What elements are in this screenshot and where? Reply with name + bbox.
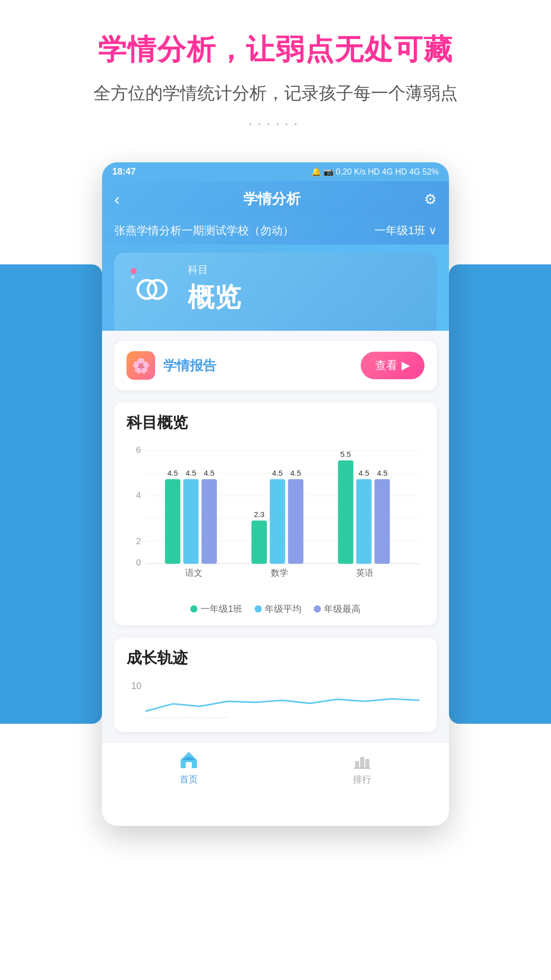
report-flower-icon: 🌸: [132, 357, 150, 374]
status-bar: 18:47 🔔 📷 0.20 K/s HD 4G HD 4G 52%: [102, 162, 449, 181]
phone-mockup: 18:47 🔔 📷 0.20 K/s HD 4G HD 4G 52% ‹ 学情分…: [102, 162, 449, 826]
svg-text:4: 4: [136, 491, 141, 500]
report-icon: 🌸: [127, 351, 155, 380]
gear-icon[interactable]: ⚙: [424, 191, 437, 208]
nav-ranking[interactable]: 排行: [351, 749, 373, 786]
svg-rect-38: [355, 761, 359, 768]
nav-home[interactable]: 首页: [178, 749, 200, 786]
dots-decoration: ······: [20, 115, 531, 132]
svg-text:语文: 语文: [185, 568, 203, 578]
dot-pink: [131, 268, 137, 274]
back-button[interactable]: ‹: [114, 190, 120, 209]
tab-labels: 科目 概览: [188, 263, 241, 315]
svg-text:6: 6: [136, 445, 141, 455]
overview-tab-card[interactable]: 科目 概览: [114, 253, 437, 331]
legend-dot-max: [314, 605, 321, 612]
home-icon: [178, 749, 200, 771]
svg-rect-37: [186, 762, 192, 768]
growth-y-max: 10: [127, 681, 141, 692]
svg-rect-31: [374, 479, 390, 564]
svg-rect-27: [338, 460, 353, 564]
svg-rect-29: [356, 479, 371, 564]
tab-small-label: 科目: [188, 263, 241, 277]
svg-rect-24: [288, 479, 303, 564]
chart-section: 科目概览 6 4 2 0: [114, 402, 437, 625]
subject-icon: [132, 269, 172, 310]
svg-text:2.3: 2.3: [254, 510, 264, 519]
legend-avg-label: 年级平均: [265, 603, 302, 615]
growth-section: 成长轨迹 10 ···· ···· ···· ···· ···· ···· ··…: [114, 638, 437, 732]
school-name: 张燕学情分析一期测试学校（勿动）: [114, 223, 294, 238]
sub-title: 全方位的学情统计分析，记录孩子每一个薄弱点: [20, 82, 531, 105]
legend-max-label: 年级最高: [324, 603, 361, 615]
tab-big-label: 概览: [188, 280, 241, 315]
svg-text:4.5: 4.5: [272, 469, 283, 477]
svg-rect-20: [252, 521, 267, 564]
tab-area: 科目 概览: [102, 244, 449, 331]
legend-class1: 一年级1班: [190, 603, 242, 615]
status-icons: 🔔 📷: [311, 167, 334, 177]
svg-text:4.5: 4.5: [204, 469, 215, 477]
legend-dot-class1: [190, 605, 197, 612]
legend-class1-label: 一年级1班: [201, 603, 242, 615]
svg-text:英语: 英语: [356, 568, 373, 578]
content-area: 🌸 学情报告 查看 ▶ 科目概览: [102, 331, 449, 742]
bar-chart: 6 4 2 0 4.5 4.5 4.5: [127, 442, 424, 595]
status-time: 18:47: [112, 166, 136, 177]
arrow-right-icon: ▶: [402, 359, 410, 372]
class-select[interactable]: 一年级1班 ∨: [374, 223, 437, 238]
bg-blue-left: [0, 264, 102, 724]
phone-wrapper: 18:47 🔔 📷 0.20 K/s HD 4G HD 4G 52% ‹ 学情分…: [0, 162, 551, 826]
svg-text:4.5: 4.5: [167, 469, 178, 477]
svg-text:5.5: 5.5: [340, 450, 351, 458]
chart-title: 科目概览: [127, 412, 424, 433]
report-label: 学情报告: [163, 357, 216, 375]
svg-rect-17: [202, 479, 217, 564]
app-header: ‹ 学情分析 ⚙: [102, 181, 449, 217]
svg-rect-22: [270, 479, 285, 564]
ranking-label: 排行: [353, 773, 371, 786]
bg-blue-right: [449, 264, 551, 724]
status-signal: 🔔 📷 0.20 K/s HD 4G HD 4G 52%: [311, 167, 439, 177]
main-title: 学情分析，让弱点无处可藏: [20, 31, 531, 69]
report-card: 🌸 学情报告 查看 ▶: [114, 341, 437, 390]
svg-text:数学: 数学: [271, 568, 288, 578]
svg-text:2: 2: [136, 536, 141, 546]
svg-text:0: 0: [136, 558, 141, 568]
dropdown-icon: ∨: [429, 224, 437, 237]
tab-icon-area: [127, 264, 178, 315]
view-report-button[interactable]: 查看 ▶: [361, 352, 424, 379]
svg-text:···· ···· ···· ···· ···· ···· : ···· ···· ···· ···· ···· ···· ···· ···· …: [145, 713, 229, 721]
chart-legend: 一年级1班 年级平均 年级最高: [127, 603, 424, 615]
view-btn-label: 查看: [375, 358, 397, 373]
svg-rect-40: [365, 759, 369, 768]
growth-title: 成长轨迹: [127, 648, 424, 669]
home-label: 首页: [180, 773, 198, 786]
legend-dot-avg: [255, 605, 262, 612]
school-bar: 张燕学情分析一期测试学校（勿动） 一年级1班 ∨: [102, 217, 449, 244]
top-section: 学情分析，让弱点无处可藏 全方位的学情统计分析，记录孩子每一个薄弱点 ·····…: [0, 0, 551, 162]
svg-rect-15: [183, 479, 198, 564]
class-name: 一年级1班: [374, 223, 425, 238]
report-left: 🌸 学情报告: [127, 351, 216, 380]
ranking-icon: [351, 749, 373, 771]
bottom-nav: 首页 排行: [102, 742, 449, 794]
svg-text:4.5: 4.5: [359, 469, 369, 477]
legend-avg: 年级平均: [255, 603, 302, 615]
legend-max: 年级最高: [314, 603, 361, 615]
svg-rect-13: [165, 479, 180, 564]
growth-chart: ···· ···· ···· ···· ···· ···· ···· ···· …: [145, 681, 424, 722]
svg-text:4.5: 4.5: [377, 469, 388, 477]
signal-info: 0.20 K/s HD 4G HD 4G 52%: [336, 167, 439, 177]
header-title: 学情分析: [243, 189, 300, 209]
svg-text:4.5: 4.5: [290, 469, 301, 477]
dot-blue: [131, 275, 135, 279]
svg-text:4.5: 4.5: [186, 469, 196, 477]
svg-rect-39: [360, 757, 364, 768]
